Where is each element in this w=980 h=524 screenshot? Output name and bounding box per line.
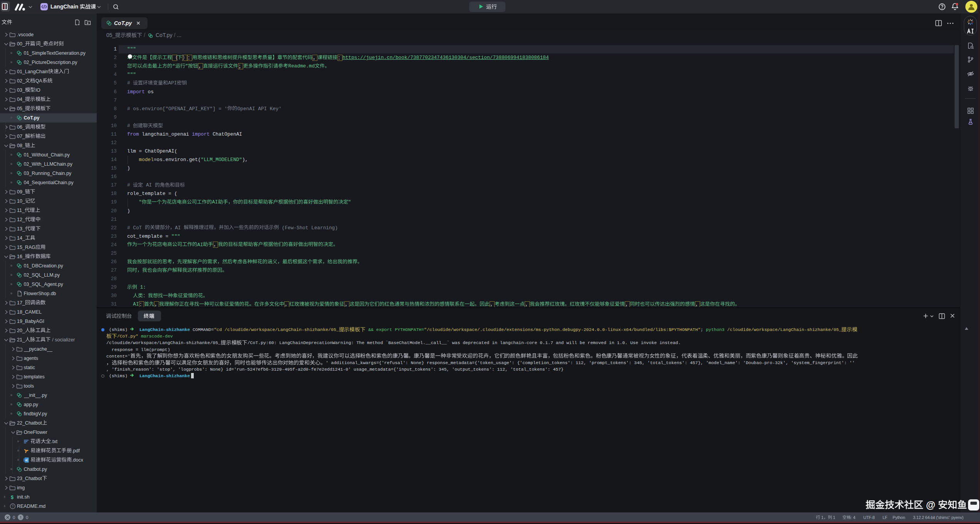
svg-text:$: $ — [11, 494, 14, 500]
svg-text:W: W — [25, 458, 28, 461]
svg-text:?: ? — [12, 504, 13, 508]
